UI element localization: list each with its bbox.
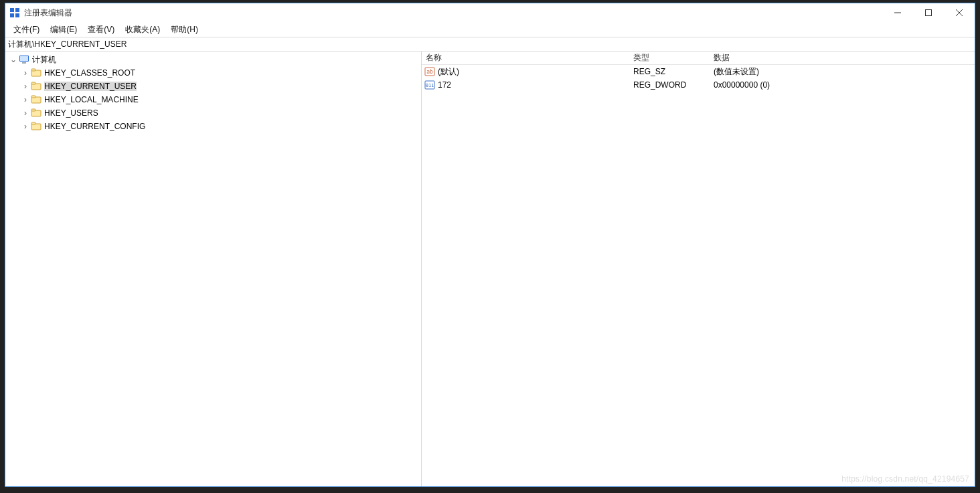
folder-icon — [31, 121, 42, 132]
menu-help[interactable]: 帮助(H) — [165, 23, 203, 37]
tree-item-label: HKEY_CURRENT_CONFIG — [44, 122, 145, 131]
expander-icon[interactable] — [20, 122, 31, 131]
column-name[interactable]: 名称 — [422, 52, 633, 64]
titlebar: 注册表编辑器 — [5, 3, 975, 22]
tree-item-label: HKEY_CLASSES_ROOT — [44, 68, 135, 78]
expander-icon[interactable] — [20, 68, 31, 78]
folder-icon — [31, 108, 42, 118]
tree-item-hkcc[interactable]: HKEY_CURRENT_CONFIG — [5, 120, 421, 133]
svg-rect-0 — [10, 8, 14, 12]
column-data[interactable]: 数据 — [714, 52, 975, 64]
window-title: 注册表编辑器 — [24, 7, 72, 19]
svg-rect-14 — [31, 82, 35, 84]
regedit-app-icon — [9, 7, 20, 18]
menu-file[interactable]: 文件(F) — [8, 23, 45, 37]
expander-icon[interactable] — [20, 95, 31, 104]
binary-value-icon: 011 — [424, 80, 435, 90]
value-type: REG_SZ — [633, 67, 714, 76]
tree-item-hku[interactable]: HKEY_USERS — [5, 106, 421, 120]
tree-item-label: 计算机 — [32, 54, 56, 66]
close-button[interactable] — [944, 3, 975, 22]
window: 注册表编辑器 文件(F) 编辑(E) 查看(V) 收藏夹(A) 帮助(H) 计算… — [5, 3, 975, 487]
menu-favorites[interactable]: 收藏夹(A) — [120, 23, 165, 37]
svg-rect-16 — [31, 96, 35, 98]
expander-icon[interactable] — [20, 82, 31, 91]
string-value-icon: ab — [424, 66, 435, 77]
tree-item-label: HKEY_USERS — [44, 108, 98, 118]
tree-item-hkcr[interactable]: HKEY_CLASSES_ROOT — [5, 66, 421, 80]
computer-icon — [19, 54, 29, 65]
tree-item-label: HKEY_LOCAL_MACHINE — [44, 95, 139, 104]
value-data: (数值未设置) — [714, 66, 975, 78]
value-row[interactable]: 011 172 REG_DWORD 0x00000000 (0) — [422, 78, 975, 92]
svg-rect-3 — [15, 13, 19, 17]
value-list-header: 名称 类型 数据 — [422, 52, 975, 65]
tree-item-hkcu[interactable]: HKEY_CURRENT_USER — [5, 80, 421, 93]
tree-root-computer[interactable]: 计算机 — [5, 53, 421, 66]
address-bar[interactable]: 计算机\HKEY_CURRENT_USER — [5, 37, 975, 52]
svg-rect-5 — [926, 10, 932, 16]
folder-icon — [31, 68, 42, 78]
tree-item-label: HKEY_CURRENT_USER — [44, 82, 137, 91]
window-controls — [882, 3, 975, 22]
menu-bar: 文件(F) 编辑(E) 查看(V) 收藏夹(A) 帮助(H) — [5, 22, 975, 37]
address-path: 计算机\HKEY_CURRENT_USER — [8, 39, 127, 50]
maximize-button[interactable] — [913, 3, 944, 22]
expander-icon[interactable] — [8, 55, 19, 64]
expander-icon[interactable] — [20, 108, 31, 118]
value-row[interactable]: ab (默认) REG_SZ (数值未设置) — [422, 65, 975, 78]
folder-icon — [31, 94, 42, 105]
tree-pane[interactable]: 计算机 HKEY_CLASSES_ROOT HKEY_CURRENT_USER — [5, 52, 422, 486]
svg-rect-9 — [20, 56, 28, 61]
menu-view[interactable]: 查看(V) — [82, 23, 120, 37]
body: 计算机 HKEY_CLASSES_ROOT HKEY_CURRENT_USER — [5, 52, 975, 486]
svg-text:011: 011 — [426, 83, 434, 88]
svg-text:ab: ab — [426, 69, 433, 75]
value-name: 172 — [438, 80, 451, 90]
tree-item-hklm[interactable]: HKEY_LOCAL_MACHINE — [5, 93, 421, 106]
svg-rect-1 — [15, 8, 19, 12]
svg-rect-20 — [31, 122, 35, 124]
folder-icon — [31, 81, 42, 92]
svg-rect-12 — [31, 69, 35, 71]
value-list-pane: 名称 类型 数据 ab (默认) REG_SZ — [422, 52, 975, 486]
svg-rect-10 — [22, 62, 26, 64]
value-type: REG_DWORD — [633, 80, 714, 90]
value-name: (默认) — [438, 66, 459, 78]
column-type[interactable]: 类型 — [633, 52, 714, 64]
value-rows[interactable]: ab (默认) REG_SZ (数值未设置) 011 — [422, 65, 975, 486]
menu-edit[interactable]: 编辑(E) — [45, 23, 82, 37]
svg-rect-2 — [10, 13, 14, 17]
minimize-button[interactable] — [882, 3, 913, 22]
svg-rect-18 — [31, 109, 35, 111]
value-data: 0x00000000 (0) — [714, 80, 975, 90]
